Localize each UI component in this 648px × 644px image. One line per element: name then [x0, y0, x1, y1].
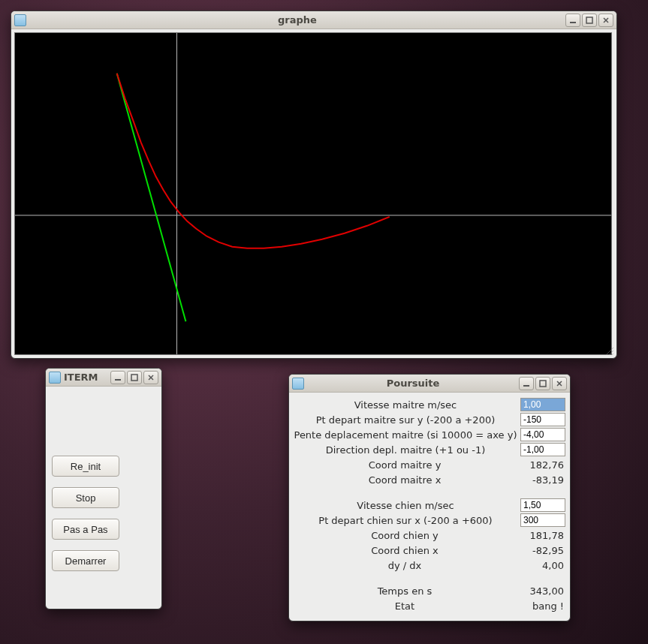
app-icon	[292, 378, 304, 390]
window-title: ITERM	[64, 372, 110, 383]
close-button[interactable]	[598, 14, 613, 27]
close-button[interactable]	[552, 377, 567, 390]
row-etat: Etat bang !	[294, 598, 565, 613]
plot-canvas	[14, 32, 612, 355]
minimize-button[interactable]	[519, 377, 534, 390]
pas-a-pas-button[interactable]: Pas a Pas	[52, 519, 119, 540]
label: Coord maitre x	[294, 474, 519, 486]
row-direction: Direction depl. maitre (+1 ou -1)	[294, 442, 565, 457]
label: Temps en s	[294, 585, 519, 597]
vitesse-maitre-input[interactable]	[520, 398, 565, 411]
titlebar-graphe[interactable]: graphe	[11, 11, 616, 29]
coord-chien-x-value: -82,95	[519, 545, 565, 556]
demarrer-button[interactable]: Demarrer	[52, 550, 119, 571]
label: dy / dx	[294, 560, 519, 571]
label: Coord maitre y	[294, 459, 519, 471]
window-poursuite: Poursuite Vitesse maitre m/sec Pt depart…	[288, 374, 571, 621]
svg-rect-9	[115, 379, 121, 381]
window-title: graphe	[29, 14, 565, 26]
maximize-button[interactable]	[127, 371, 142, 384]
series-maitre	[117, 74, 186, 321]
label: Pt depart chien sur x (-200 a +600)	[294, 515, 520, 526]
coord-maitre-x-value: -83,19	[519, 474, 565, 486]
svg-rect-0	[570, 22, 576, 23]
app-icon	[14, 14, 26, 26]
window-title: Poursuite	[307, 378, 519, 389]
row-pente: Pente deplacement maitre (si 10000 = axe…	[294, 427, 565, 442]
reinit-button[interactable]: Re_init	[52, 456, 119, 477]
row-coord-maitre-y: Coord maitre y 182,76	[294, 457, 565, 472]
svg-rect-1	[586, 17, 592, 23]
label: Etat	[294, 600, 519, 612]
iterm-body: Re_init Stop Pas a Pas Demarrer	[46, 450, 161, 577]
titlebar-iterm[interactable]: ITERM	[46, 369, 161, 387]
titlebar-poursuite[interactable]: Poursuite	[289, 375, 570, 393]
row-pt-depart-chien: Pt depart chien sur x (-200 a +600)	[294, 513, 565, 528]
vitesse-chien-input[interactable]	[520, 498, 565, 512]
maximize-button[interactable]	[582, 14, 597, 27]
label: Coord chien x	[294, 545, 519, 556]
resize-grip-icon[interactable]	[604, 345, 614, 356]
row-pt-depart-maitre: Pt depart maitre sur y (-200 a +200)	[294, 412, 565, 427]
svg-rect-13	[523, 385, 529, 387]
row-coord-maitre-x: Coord maitre x -83,19	[294, 472, 565, 487]
label: Direction depl. maitre (+1 ou -1)	[294, 444, 520, 456]
row-coord-chien-x: Coord chien x -82,95	[294, 543, 565, 558]
window-controls	[110, 371, 158, 384]
label: Coord chien y	[294, 530, 519, 541]
label: Vitesse chien m/sec	[294, 500, 520, 511]
minimize-button[interactable]	[565, 14, 580, 27]
close-button[interactable]	[143, 371, 158, 384]
row-coord-chien-y: Coord chien y 181,78	[294, 528, 565, 543]
etat-value: bang !	[519, 600, 565, 612]
row-dydx: dy / dx 4,00	[294, 558, 565, 573]
window-controls	[519, 377, 567, 390]
row-vitesse-chien: Vitesse chien m/sec	[294, 498, 565, 513]
pt-depart-chien-input[interactable]	[520, 513, 565, 527]
window-controls	[565, 14, 613, 27]
window-graphe: graphe	[11, 11, 617, 359]
label: Pente deplacement maitre (si 10000 = axe…	[294, 429, 520, 441]
temps-value: 343,00	[519, 585, 565, 597]
svg-rect-10	[131, 375, 137, 381]
coord-maitre-y-value: 182,76	[519, 459, 565, 471]
minimize-button[interactable]	[110, 371, 125, 384]
svg-line-8	[612, 354, 613, 355]
label: Pt depart maitre sur y (-200 a +200)	[294, 414, 520, 426]
direction-input[interactable]	[520, 443, 565, 456]
app-icon	[49, 372, 61, 384]
poursuite-body: Vitesse maitre m/sec Pt depart maitre su…	[289, 393, 570, 621]
stop-button[interactable]: Stop	[52, 487, 119, 508]
pt-depart-maitre-input[interactable]	[520, 413, 565, 426]
dydx-value: 4,00	[519, 560, 565, 571]
window-iterm: ITERM Re_init Stop Pas a Pas Demarrer	[45, 368, 162, 609]
label: Vitesse maitre m/sec	[294, 399, 520, 411]
coord-chien-y-value: 181,78	[519, 530, 565, 541]
row-temps: Temps en s 343,00	[294, 583, 565, 598]
pente-input[interactable]	[520, 428, 565, 441]
svg-rect-14	[540, 381, 546, 387]
row-vitesse-maitre: Vitesse maitre m/sec	[294, 397, 565, 412]
maximize-button[interactable]	[535, 377, 550, 390]
